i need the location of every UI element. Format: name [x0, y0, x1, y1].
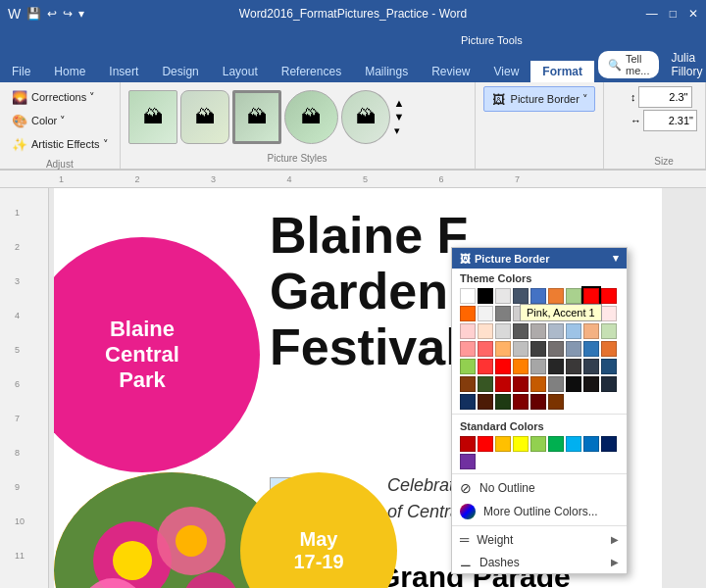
std-color-1[interactable] [478, 436, 493, 452]
theme-color-5[interactable] [548, 288, 564, 304]
theme-color-16[interactable] [583, 306, 599, 321]
theme-color-4[interactable] [530, 288, 546, 304]
theme-color-15[interactable] [566, 306, 581, 321]
quick-access-arrow[interactable]: ▾ [78, 7, 84, 21]
theme-color-21[interactable] [513, 323, 529, 339]
tab-references[interactable]: References [270, 61, 353, 82]
std-color-3[interactable] [513, 436, 529, 452]
theme-color-34[interactable] [583, 341, 599, 357]
theme-color-11[interactable] [495, 306, 511, 321]
theme-color-58[interactable] [530, 394, 546, 410]
width-input[interactable] [643, 110, 697, 131]
theme-color-45[interactable] [460, 376, 476, 392]
dashes-item[interactable]: ⚊ Dashes ▶ [452, 551, 627, 573]
theme-color-23[interactable] [548, 323, 564, 339]
theme-color-6[interactable] [566, 288, 581, 304]
maximize-button[interactable]: □ [670, 7, 677, 21]
tab-design[interactable]: Design [150, 61, 210, 82]
theme-color-59[interactable] [548, 394, 564, 410]
theme-color-18[interactable] [460, 323, 476, 339]
height-input[interactable] [638, 86, 692, 108]
theme-color-35[interactable] [601, 341, 617, 357]
quick-undo[interactable]: ↩ [47, 7, 57, 21]
weight-item[interactable]: ═ Weight ▶ [452, 528, 627, 551]
theme-color-26[interactable] [601, 323, 617, 339]
std-color-2[interactable] [495, 436, 511, 452]
std-color-6[interactable] [566, 436, 581, 452]
gallery-down-arrow[interactable]: ▼ [394, 111, 405, 122]
std-color-0[interactable] [460, 436, 476, 452]
theme-color-1[interactable] [478, 288, 493, 304]
theme-color-42[interactable] [566, 359, 581, 374]
std-color-8[interactable] [601, 436, 617, 452]
theme-color-10[interactable] [478, 306, 493, 321]
theme-color-12[interactable] [513, 306, 529, 321]
theme-color-33[interactable] [566, 341, 581, 357]
std-color-7[interactable] [583, 436, 599, 452]
theme-color-57[interactable] [513, 394, 529, 410]
theme-color-3[interactable] [513, 288, 529, 304]
theme-color-47[interactable] [495, 376, 511, 392]
theme-color-13[interactable] [530, 306, 546, 321]
theme-color-48[interactable] [513, 376, 529, 392]
theme-color-28[interactable] [478, 341, 493, 357]
gallery-up-arrow[interactable]: ▲ [394, 97, 405, 109]
theme-color-40[interactable] [530, 359, 546, 374]
theme-color-30[interactable] [513, 341, 529, 357]
artistic-effects-button[interactable]: ✨ Artistic Effects ˅ [8, 133, 112, 155]
more-colors-item[interactable]: More Outline Colors... [452, 500, 627, 523]
style-thumb-3[interactable]: 🏔 [232, 90, 281, 144]
no-outline-item[interactable]: ⊘ No Outline [452, 476, 627, 500]
theme-color-38[interactable] [495, 359, 511, 374]
theme-color-44[interactable] [601, 359, 617, 374]
theme-color-55[interactable] [478, 394, 493, 410]
corrections-button[interactable]: 🌄 Corrections ˅ [8, 86, 112, 108]
theme-color-20[interactable] [495, 323, 511, 339]
close-button[interactable]: ✕ [688, 7, 698, 21]
style-thumb-2[interactable]: 🏔 [180, 90, 229, 144]
theme-color-32[interactable] [548, 341, 564, 357]
tab-format[interactable]: Format [530, 61, 594, 82]
theme-color-8[interactable] [601, 288, 617, 304]
style-thumb-1[interactable]: 🏔 [128, 90, 177, 144]
quick-redo[interactable]: ↪ [63, 7, 73, 21]
theme-color-25[interactable] [583, 323, 599, 339]
style-thumb-5[interactable]: 🏔 [341, 90, 390, 144]
tell-me-box[interactable]: 🔍 Tell me... [598, 51, 659, 78]
theme-color-56[interactable] [495, 394, 511, 410]
theme-color-39[interactable] [513, 359, 529, 374]
theme-color-31[interactable] [530, 341, 546, 357]
theme-color-7[interactable] [583, 288, 599, 304]
theme-color-24[interactable] [566, 323, 581, 339]
tab-mailings[interactable]: Mailings [353, 61, 420, 82]
theme-color-14[interactable] [548, 306, 564, 321]
theme-color-2[interactable] [495, 288, 511, 304]
tab-insert[interactable]: Insert [97, 61, 150, 82]
user-button[interactable]: Julia Fillory 👤 [663, 47, 706, 82]
quick-save[interactable]: 💾 [26, 7, 41, 21]
theme-color-54[interactable] [460, 394, 476, 410]
std-color-4[interactable] [530, 436, 546, 452]
theme-color-19[interactable] [478, 323, 493, 339]
picture-border-button[interactable]: 🖼 Picture Border ˅ [483, 86, 595, 112]
theme-color-51[interactable] [566, 376, 581, 392]
tab-file[interactable]: File [0, 61, 42, 82]
theme-color-49[interactable] [530, 376, 546, 392]
std-color-9[interactable] [460, 454, 476, 469]
theme-color-36[interactable] [460, 359, 476, 374]
style-thumb-4[interactable]: 🏔 [284, 90, 338, 144]
theme-color-29[interactable] [495, 341, 511, 357]
gallery-more-arrow[interactable]: ▾ [394, 124, 405, 137]
tab-view[interactable]: View [482, 61, 531, 82]
theme-color-22[interactable] [530, 323, 546, 339]
theme-color-41[interactable] [548, 359, 564, 374]
color-button[interactable]: 🎨 Color ˅ [8, 110, 112, 131]
theme-color-53[interactable] [601, 376, 617, 392]
theme-color-52[interactable] [583, 376, 599, 392]
theme-color-0[interactable] [460, 288, 476, 304]
theme-color-9[interactable] [460, 306, 476, 321]
theme-color-37[interactable] [478, 359, 493, 374]
tab-home[interactable]: Home [42, 61, 97, 82]
theme-color-17[interactable] [601, 306, 617, 321]
std-color-5[interactable] [548, 436, 564, 452]
